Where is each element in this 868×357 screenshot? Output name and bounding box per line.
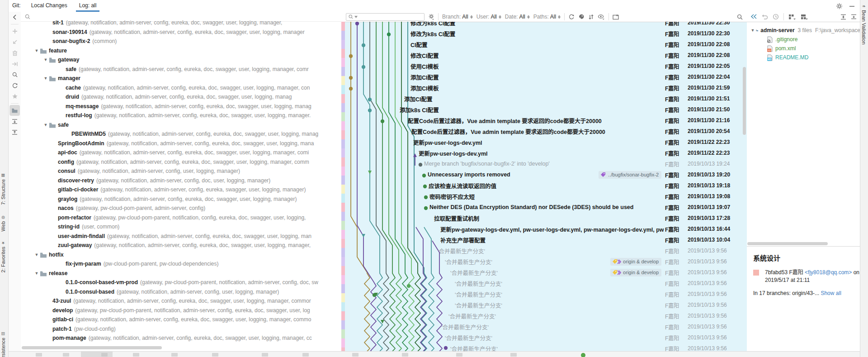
commit-row[interactable]: 配置Code后置过滤器，Vue admin template 要求返回的code… [347, 115, 746, 126]
branch-tree-row[interactable]: discover-retry(gateway, notification, ad… [21, 176, 341, 186]
commit-row[interactable]: 修改CI配置F嘉阳2019/11/30 22:08 [347, 50, 746, 61]
commit-row[interactable]: 修改为k8s CI配置F嘉阳2019/11/30 22:30 [347, 28, 746, 39]
branch-tree-row[interactable]: fix-jvm-param(pw-cloud-pom-parent, pw-cl… [21, 259, 341, 269]
commit-row[interactable]: 添加CI配置F嘉阳2019/11/30 22:04 [347, 71, 746, 82]
branch-tree-row[interactable]: sonar-190914(gateway, notification, admi… [21, 28, 341, 37]
branch-group-row[interactable]: ▼feature [21, 46, 341, 56]
commit-row[interactable]: 补充生产部署配置F嘉阳2019/10/13 10:04 [347, 234, 746, 245]
expand-all-icon[interactable] [9, 116, 21, 127]
commit-row[interactable]: 更新pw-user-logs-dev.ymlF嘉阳2019/11/22 22:2… [347, 148, 746, 158]
branch-tree-row[interactable]: patch-1(pw-cloud-config) [21, 324, 341, 334]
commit-row[interactable]: CI配置F嘉阳2019/11/30 22:08 [347, 39, 746, 50]
commit-row[interactable]: '合并最新生产分支'F嘉阳2019/10/13 9:56 [347, 289, 746, 300]
eye-icon[interactable] [598, 14, 605, 20]
branch-tree-row[interactable]: config(gateway, notification, admin-serv… [21, 157, 341, 167]
history-clock-icon[interactable] [773, 14, 779, 20]
toolwindow-button-bean-validation[interactable]: ❧Bean Validation [861, 4, 867, 44]
commit-row[interactable]: Unnecessary imports removed../bugfix/son… [347, 169, 746, 180]
date-filter[interactable]: Date: All [505, 14, 530, 20]
branch-tree-row[interactable]: gitlab-ci(gateway, notification, admin-s… [21, 315, 341, 324]
branch-tree-row[interactable]: api-doc(gateway, notification, admin-ser… [21, 148, 341, 157]
log-settings-gear-icon[interactable] [428, 14, 434, 20]
add-icon[interactable] [9, 26, 21, 37]
navigate-icon[interactable] [9, 58, 21, 69]
chevron-expanded-icon[interactable]: ▼ [750, 28, 756, 33]
branch-tree-row[interactable]: 0.1.0-consul-based(gateway, notification… [21, 287, 341, 297]
branch-tree-row[interactable]: gitlab-ci-docker(gateway, notification, … [21, 185, 341, 195]
group-by-icon[interactable] [788, 14, 796, 20]
paths-filter[interactable]: Paths: All [533, 14, 561, 20]
refresh-icon[interactable] [568, 14, 575, 20]
commit-row[interactable]: 添加CI模板F嘉阳2019/11/30 21:59 [347, 82, 746, 93]
commit-row[interactable]: 修改为k8s CI配置F嘉阳2019/11/30 22:30 [347, 22, 746, 28]
commit-row[interactable]: 拉取配置重试机制F嘉阳2019/10/13 17:28 [347, 213, 746, 224]
commit-row[interactable]: '合并最新生产分支'F嘉阳2019/10/13 9:56 [347, 321, 746, 332]
group-by-module-icon[interactable] [801, 14, 808, 20]
branch-tree-row[interactable]: consul(gateway, notification, admin-serv… [21, 167, 341, 176]
commit-row[interactable]: '合并最新生产分支'origin & developF嘉阳2019/10/13 … [347, 256, 746, 267]
collapse-all-icon[interactable] [9, 127, 21, 138]
commit-row[interactable]: 更新pw-gateway-logs-dev.yml, pw-user-logs-… [347, 224, 746, 234]
changed-file-row[interactable]: .gitignore [747, 35, 860, 44]
chevron-expanded-icon[interactable]: ▼ [33, 46, 40, 56]
branch-tree-row[interactable]: safe(gateway, notification, admin-server… [21, 65, 341, 74]
branch-tree-row[interactable]: nacos(gateway, pw-cloud-pom-parent, admi… [21, 204, 341, 213]
branch-tree-row[interactable]: sit-1(gateway, notification, admin-serve… [21, 18, 341, 28]
branch-tree-row[interactable]: user-admin-findall(gateway, notification… [21, 232, 341, 241]
user-filter[interactable]: User: All [476, 14, 501, 20]
group-by-directory-icon[interactable] [9, 105, 20, 116]
branch-group-row[interactable]: ▼release [21, 269, 341, 278]
search-icon[interactable] [9, 69, 21, 80]
branch-tree-row[interactable]: PBEWithMD5(gateway, notification, admin-… [21, 129, 341, 139]
ref-label-chip[interactable]: origin & develop [610, 269, 661, 276]
jump-to-source-icon[interactable] [750, 14, 757, 19]
commit-row[interactable]: '合并最新生产分支'F嘉阳2019/10/13 9:56 [347, 245, 746, 256]
branch-tree-row[interactable]: mq-message(gateway, notification, admin-… [21, 102, 341, 111]
branch-tree-row[interactable]: pom-refactor(gateway, pw-cloud-pom-paren… [21, 213, 341, 223]
branch-group-row[interactable]: ▼gateway [21, 55, 341, 65]
branch-tree-row[interactable]: 0.1.0-consol-based-vm-prod(gateway, pw-c… [21, 278, 341, 287]
commit-row[interactable]: 添加k8s CI配置F嘉阳2019/11/30 21:50 [347, 104, 746, 115]
branch-tree-row[interactable]: restful-log(gateway, notification, admin… [21, 111, 341, 120]
chevron-expanded-icon[interactable]: ▼ [42, 55, 49, 65]
expand-all-icon[interactable] [840, 14, 846, 20]
vertical-scrollbar[interactable] [743, 67, 746, 135]
branch-tree-row[interactable]: cache(gateway, notification, admin-serve… [21, 83, 341, 93]
checkout-icon[interactable] [9, 37, 21, 48]
chevron-expanded-icon[interactable]: ▼ [42, 74, 49, 83]
undo-icon[interactable] [762, 14, 768, 19]
ref-label-chip[interactable]: origin & develop [610, 258, 661, 266]
branch-tree-row[interactable]: zuul-gateway(gateway, notification, admi… [21, 241, 341, 250]
changed-file-row[interactable]: MDREADME.MD [747, 53, 860, 62]
commit-row[interactable]: '合并最新生产分支'F嘉阳2019/10/13 9:56 [347, 300, 746, 310]
branch-group-row[interactable]: ▼manager [21, 74, 341, 83]
commit-row[interactable]: 密码密钥不应太短F嘉阳2019/10/13 19:08 [347, 191, 746, 202]
tab-local-changes[interactable]: Local Changes [25, 0, 73, 12]
search-in-log-icon[interactable] [736, 14, 743, 20]
commit-row[interactable]: 更新pw-user-logs-dev.ymlF嘉阳2019/11/22 22:2… [347, 137, 746, 148]
commit-row[interactable]: '合并最新生产分支'F嘉阳2019/10/13 9:56 [347, 278, 746, 289]
commit-row[interactable]: 应该检查从流读取返回的值F嘉阳2019/10/13 19:18 [347, 180, 746, 191]
chevron-expanded-icon[interactable]: ▼ [33, 269, 40, 278]
sort-icon[interactable] [588, 14, 594, 20]
chevron-expanded-icon[interactable]: ▼ [42, 120, 49, 130]
log-search-input[interactable] [346, 13, 425, 21]
branch-tree-row[interactable]: string-id(user, common) [21, 222, 341, 232]
ref-label-chip[interactable]: ../bugfix/sonar-bugfix-2 [599, 171, 661, 179]
branch-tree-row[interactable]: revert-baf67d88(pw-cloud-config) [21, 343, 341, 344]
commit-row[interactable]: '合并最新生产分支'F嘉阳2019/10/13 9:56 [347, 310, 746, 321]
gear-icon[interactable] [836, 3, 843, 10]
branch-tree-row[interactable]: SpringBootAdmin(gateway, notification, a… [21, 139, 341, 148]
commit-row[interactable]: 配置Code后置过滤器，Vue admin template 要求返回的code… [347, 126, 746, 137]
commit-row[interactable]: '合并最新生产分支'F嘉阳2019/10/13 9:56 [347, 332, 746, 343]
branch-group-row[interactable]: ▼hotfix [21, 250, 341, 260]
toolwindow-button----structure[interactable]: 7: Structure▦ [0, 173, 6, 205]
collapse-all-icon[interactable] [851, 14, 857, 20]
horizontal-scrollbar[interactable] [747, 242, 860, 246]
back-icon[interactable] [9, 12, 21, 23]
branch-tree-row[interactable]: sonar-bugfix-2(common) [21, 37, 341, 46]
refresh-icon[interactable] [9, 80, 21, 91]
commit-row[interactable]: 使用CI模板F嘉阳2019/11/30 22:05 [347, 61, 746, 71]
delete-icon[interactable] [9, 48, 21, 58]
toolwindow-button----favorites[interactable]: 2: Favorites★ [0, 241, 6, 272]
